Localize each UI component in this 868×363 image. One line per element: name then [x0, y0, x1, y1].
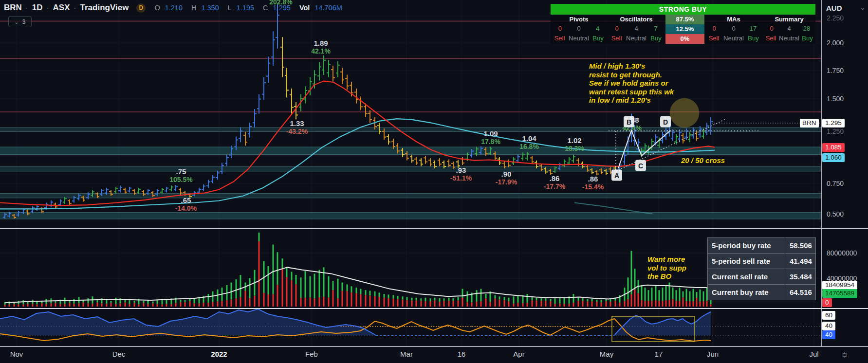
swing-price: 1.02 — [565, 136, 584, 145]
table-row-value: 58.506 — [785, 238, 815, 253]
rating-buy-count: 4 — [588, 24, 607, 34]
rating-sell-count: 0 — [704, 24, 724, 34]
rating-sell-count: 0 — [763, 24, 780, 34]
time-axis-tick[interactable]: Apr — [513, 350, 524, 358]
table-row-value: 35.484 — [785, 269, 815, 284]
swing-price: 1.04 — [519, 134, 539, 143]
rating-group-oscillators: Oscillators047SellNeutralBuy — [607, 15, 665, 44]
price-axis-label: 1.250 — [827, 127, 844, 135]
symbol-name[interactable]: BRN — [4, 3, 22, 13]
time-axis-tick[interactable]: Feb — [305, 350, 318, 358]
rating-group-name: Oscillators — [607, 15, 665, 24]
rating-sell-label: Sell — [763, 34, 779, 43]
swing-price: .90 — [496, 170, 517, 178]
time-axis-tick[interactable]: 17 — [655, 350, 663, 358]
swing-label: 1.0416.8% — [519, 134, 539, 151]
swing-label: 1.0218.3% — [565, 136, 584, 153]
rating-labels-row: SellNeutralBuy — [607, 34, 665, 43]
resistance-note[interactable]: Mid / high 1.30'sresist to get through.S… — [589, 62, 674, 105]
rating-group-name: MAs — [704, 15, 763, 24]
rating-headline[interactable]: STRONG BUY — [551, 4, 815, 15]
currency-code: AUD — [826, 4, 842, 12]
separator-dot: · — [74, 4, 76, 12]
rating-buy-label: Buy — [799, 34, 815, 43]
swing-percent: -17.9% — [496, 178, 517, 186]
swing-label: .65-14.0% — [175, 196, 197, 213]
time-axis-tick[interactable]: Jun — [707, 350, 719, 358]
currency-selector[interactable]: AUD ⌄ — [826, 2, 865, 13]
volume-ma-line — [5, 267, 712, 303]
note-line: want retest supp this wk — [589, 88, 674, 96]
price-axis-label: 0.750 — [827, 180, 844, 187]
rating-values-row: 004 — [551, 24, 607, 34]
swing-price: .93 — [450, 166, 472, 174]
chevron-down-icon: ⌄ — [860, 4, 865, 11]
swing-label: .86-15.4% — [582, 175, 604, 191]
rating-neutral-count: 4 — [627, 24, 646, 34]
ma-price-tag: 1.085 — [822, 143, 845, 152]
time-axis-tick[interactable]: Mar — [400, 350, 413, 358]
ma-price-tag: 1.060 — [822, 153, 845, 162]
volume-tag: 18409954 — [822, 281, 857, 290]
volume-label: Vol — [299, 4, 310, 12]
rating-sell-count: 0 — [551, 24, 570, 34]
close-value: 1.295 — [273, 4, 291, 12]
last-price-tag: 1.295 — [822, 119, 845, 127]
swing-price: 1.33 — [286, 119, 308, 127]
volume-axis-label: 80000000 — [827, 249, 857, 257]
cross-note[interactable]: 20 / 50 cross — [681, 156, 725, 165]
swing-percent: 105.5% — [169, 176, 192, 184]
table-row-label: Current buy rate — [708, 285, 785, 300]
rating-values-row: 0428 — [763, 24, 815, 34]
table-row: 5-period sell rate41.494 — [708, 254, 815, 269]
rating-neutral-label: Neutral — [723, 34, 744, 43]
rating-values-row: 047 — [607, 24, 665, 34]
separator-dot: · — [26, 4, 28, 12]
volume-note[interactable]: Want morevol to suppthe BO — [647, 255, 686, 281]
buy-sell-rate-table: 5-period buy rate58.5065-period sell rat… — [707, 237, 816, 300]
swing-percent: -14.0% — [175, 204, 197, 213]
tradingview-chart-window: BRN · 1D · ASX · TradingView D O1.210 H1… — [0, 0, 868, 363]
oscillator-pane — [0, 309, 821, 342]
time-axis-tick[interactable]: Nov — [10, 350, 23, 358]
time-axis-tick[interactable]: 2022 — [211, 350, 227, 358]
pattern-point-b[interactable]: B — [624, 116, 634, 127]
time-axis-tick[interactable]: Dec — [112, 350, 126, 358]
swing-label: 1.33-43.2% — [286, 119, 308, 136]
swing-percent: -15.4% — [582, 183, 604, 191]
chevron-down-icon: ⌄ — [14, 19, 18, 24]
note-line: in low / mid 1.20's — [589, 96, 674, 105]
rating-buy-label: Buy — [744, 34, 763, 43]
swing-percent: -51.1% — [450, 174, 472, 182]
high-value: 1.350 — [201, 4, 219, 12]
swing-label: 1.8942.1% — [311, 39, 331, 55]
table-row-value: 41.494 — [785, 254, 815, 269]
rating-buy-label: Buy — [589, 34, 607, 43]
time-axis-tick[interactable]: 16 — [458, 350, 466, 358]
object-tree-widget[interactable]: ⌄ 3 — [8, 16, 32, 27]
swing-price: .86 — [544, 174, 565, 182]
settings-gear-icon[interactable]: ☼ — [840, 349, 849, 360]
interval-badge[interactable]: D — [136, 3, 146, 13]
price-axis-label: 2.000 — [827, 39, 844, 47]
table-row-label: 5-period buy rate — [708, 238, 785, 253]
support-resistance-zones — [0, 127, 821, 219]
swing-label: 1.0917.8% — [481, 129, 500, 146]
rating-buy-count: 7 — [646, 24, 665, 34]
time-axis-tick[interactable]: Jul — [809, 350, 818, 358]
pattern-point-c[interactable]: C — [635, 160, 646, 171]
chart-canvas[interactable] — [0, 0, 868, 363]
time-axis-tick[interactable]: May — [600, 350, 613, 358]
platform-label: TradingView — [80, 3, 129, 13]
indicator-tag: 40 — [822, 330, 835, 339]
timeframe-label[interactable]: 1D — [32, 3, 43, 13]
indicator-tag: 40 — [822, 322, 835, 330]
pattern-point-a[interactable]: A — [611, 170, 622, 181]
high-label: H — [191, 4, 196, 12]
note-line: vol to supp — [647, 264, 686, 272]
chart-legend: BRN · 1D · ASX · TradingView D O1.210 H1… — [4, 3, 342, 13]
pattern-point-d[interactable]: D — [660, 116, 671, 127]
rating-group-name: Summary — [763, 15, 815, 24]
rating-percent-buy: 87.5% — [665, 15, 704, 24]
symbol-price-tag: BRN — [800, 119, 819, 127]
